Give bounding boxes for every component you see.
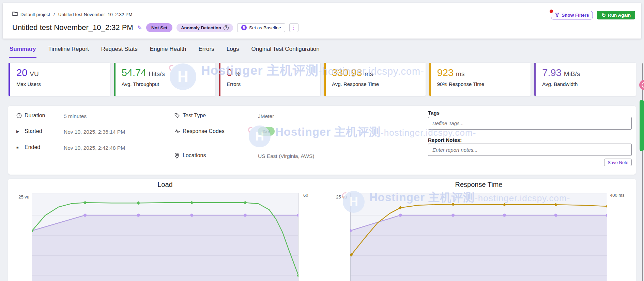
card-avg-bandwidth: 7.93MiB/s Avg. Bandwidth [534,63,636,96]
tag-icon [174,113,183,118]
response-left-axis-label: 25 vu [328,194,347,199]
locations-value: US East (Virginia, AWS) [258,153,314,159]
header-actions: Show Filters ↻ Run Again [551,11,635,19]
clock-icon [16,113,25,118]
tab-request-stats[interactable]: Request Stats [101,44,138,58]
tab-original-test-configuration[interactable]: Original Test Configuration [251,44,320,58]
floating-widget-button[interactable] [639,80,644,90]
stop-icon: ■ [16,145,25,149]
ended-value: Nov 10, 2025, 2:42:48 PM [64,145,125,151]
header: Default project / Untitled test November… [3,3,641,39]
test-type-row: Test Type [174,113,206,119]
title-row: Untitled test November_10_2:32 PM ✎ Not … [12,23,298,32]
card-errors: 0% Errors [219,63,320,96]
tags-label: Tags [428,110,440,116]
started-value: Nov 10, 2025, 2:36:14 PM [64,129,125,135]
tags-input[interactable] [428,117,632,130]
load-right-axis-label: 60 [303,193,308,198]
scrollbar-thumb[interactable] [640,100,644,151]
help-icon[interactable]: ? [224,25,229,30]
run-again-icon: ↻ [601,13,606,18]
report-page: Default project / Untitled test November… [0,0,644,281]
more-options-button[interactable]: ⋮ [289,23,298,32]
locations-row: Locations [174,152,206,159]
breadcrumb-test: Untitled test November_10_2:32 PM [58,12,133,17]
response-right-axis-label: 400 ms [610,193,625,198]
set-as-baseline-button[interactable]: B Set as Baseline [237,23,285,32]
card-max-users: 20VU Max Users [9,63,110,96]
metric-cards: 20VU Max Users 54.74Hits/s Avg. Throughp… [9,63,636,96]
location-pin-icon [174,153,183,159]
tab-logs[interactable]: Logs [226,44,240,58]
response-time-chart[interactable] [350,193,607,281]
page-title: Untitled test November_10_2:32 PM [12,23,133,32]
duration-row: Duration [16,113,45,119]
breadcrumb: Default project / Untitled test November… [12,12,132,17]
response-code-2xx-badge[interactable]: 2xx [258,127,275,136]
tab-bar: Summary Timeline Report Request Stats En… [9,44,320,58]
card-90-response-time: 923ms 90% Response Time [429,63,531,96]
save-note-button[interactable]: Save Note [604,159,632,166]
breadcrumb-project[interactable]: Default project [20,12,50,17]
response-time-chart-title: Response Time [350,181,607,189]
baseline-icon: B [241,25,247,30]
pulse-icon [174,129,183,134]
tab-summary[interactable]: Summary [9,44,36,58]
load-left-axis-label: 25 vu [13,194,29,199]
charts-panel: Load 25 vu 60 Response Time 25 vu 400 ms [8,179,636,281]
card-avg-throughput: 54.74Hits/s Avg. Throughput [114,63,215,96]
play-icon: ▶ [16,129,25,134]
scrollbar-track[interactable] [642,63,643,281]
notification-dot [550,10,553,13]
edit-title-icon[interactable]: ✎ [137,24,142,31]
duration-value: 5 minutes [64,113,87,119]
folder-icon [12,12,18,17]
tab-timeline-report[interactable]: Timeline Report [47,44,89,58]
response-codes-row: Response Codes [174,128,225,134]
test-details-panel: Duration 5 minutes ▶ Started Nov 10, 202… [8,106,636,175]
report-notes-label: Report Notes: [428,137,462,143]
run-again-button[interactable]: ↻ Run Again [597,11,635,19]
ended-row: ■ Ended [16,144,40,150]
tab-engine-health[interactable]: Engine Health [149,44,187,58]
anomaly-detection-badge[interactable]: Anomaly Detection ? [177,24,233,32]
report-notes-input[interactable] [428,144,632,156]
show-filters-button[interactable]: Show Filters [551,11,593,19]
load-chart[interactable] [32,193,298,281]
tab-errors[interactable]: Errors [198,44,215,58]
breadcrumb-separator: / [53,12,56,17]
test-type-value: JMeter [258,113,274,119]
card-avg-response-time: 330.93ms Avg. Response Time [324,63,426,96]
load-chart-title: Load [32,181,298,189]
started-row: ▶ Started [16,128,42,134]
filter-icon [555,13,559,18]
status-badge[interactable]: Not Set [146,23,172,32]
